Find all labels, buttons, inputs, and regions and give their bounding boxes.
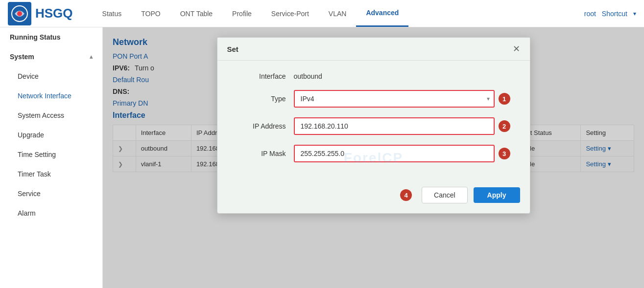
- nav-vlan[interactable]: VLAN: [319, 1, 357, 26]
- sidebar-item-device[interactable]: Device: [0, 66, 102, 86]
- step-badge-4: 4: [400, 189, 412, 201]
- sidebar-item-system[interactable]: System ▴: [0, 47, 102, 66]
- sidebar-time-setting-label: Time Setting: [18, 151, 56, 158]
- sidebar-system-access-label: System Access: [18, 111, 64, 119]
- shortcut-chevron-icon: ▾: [633, 10, 636, 17]
- modal-overlay: Set ✕ Interface outbound Type: [103, 27, 644, 288]
- nav-service-port[interactable]: Service-Port: [262, 1, 319, 26]
- shortcut-label[interactable]: Shortcut: [602, 10, 627, 18]
- apply-button[interactable]: Apply: [474, 187, 520, 203]
- logo-text: HSGQ: [35, 6, 73, 21]
- form-interface-row: Interface outbound: [237, 72, 510, 80]
- step-badge-2: 2: [499, 120, 510, 132]
- form-type-row: Type IPv4 IPv6 ▾ 1: [237, 90, 510, 108]
- svg-point-1: [17, 11, 22, 16]
- system-collapse-icon: ▴: [90, 53, 93, 60]
- modal-footer: 4 Cancel Apply: [217, 182, 530, 213]
- sidebar-alarm-label: Alarm: [18, 209, 36, 217]
- modal-header: Set ✕: [217, 38, 530, 61]
- interface-value: outbound: [294, 72, 322, 80]
- nav-profile[interactable]: Profile: [222, 1, 262, 26]
- user-label: root: [584, 10, 596, 18]
- sidebar-service-label: Service: [18, 190, 41, 198]
- ip-mask-input[interactable]: [294, 145, 495, 162]
- nav-ont-table[interactable]: ONT Table: [170, 1, 222, 26]
- sidebar-timer-task-label: Timer Task: [18, 170, 51, 178]
- step-badge-1: 1: [499, 93, 510, 105]
- type-label: Type: [237, 95, 286, 103]
- nav-advanced[interactable]: Advanced: [356, 0, 408, 27]
- sidebar-item-timer-task[interactable]: Timer Task: [0, 164, 102, 184]
- sidebar-upgrade-label: Upgrade: [18, 131, 44, 139]
- sidebar-item-service[interactable]: Service: [0, 184, 102, 203]
- sidebar-item-time-setting[interactable]: Time Setting: [0, 145, 102, 164]
- sidebar-running-status-label: Running Status: [10, 33, 60, 41]
- logo-icon: [8, 2, 31, 25]
- main-layout: Running Status System ▴ Device Network I…: [0, 27, 644, 288]
- ip-address-label: IP Address: [237, 122, 286, 130]
- sidebar-item-alarm[interactable]: Alarm: [0, 203, 102, 223]
- form-ip-row: IP Address 2: [237, 117, 510, 135]
- step-badge-3: 3: [499, 148, 510, 159]
- navbar-right: root Shortcut ▾: [584, 10, 636, 18]
- sidebar: Running Status System ▴ Device Network I…: [0, 27, 103, 288]
- set-modal: Set ✕ Interface outbound Type: [217, 37, 530, 214]
- logo: HSGQ: [8, 2, 73, 25]
- nav-status[interactable]: Status: [93, 1, 132, 26]
- ip-mask-label: IP Mask: [237, 150, 286, 157]
- sidebar-item-network-interface[interactable]: Network Interface: [0, 86, 102, 106]
- modal-title: Set: [227, 45, 239, 53]
- interface-label: Interface: [237, 72, 286, 80]
- main-nav: Status TOPO ONT Table Profile Service-Po…: [93, 0, 584, 27]
- modal-close-button[interactable]: ✕: [513, 44, 520, 53]
- cancel-button[interactable]: Cancel: [422, 187, 468, 203]
- type-select-wrapper: IPv4 IPv6 ▾: [294, 90, 495, 108]
- modal-body: Interface outbound Type IPv4 IPv6 ▾: [217, 61, 530, 182]
- sidebar-item-upgrade[interactable]: Upgrade: [0, 125, 102, 145]
- nav-topo[interactable]: TOPO: [131, 1, 170, 26]
- sidebar-network-interface-label: Network Interface: [18, 92, 72, 100]
- type-select[interactable]: IPv4 IPv6: [294, 90, 495, 108]
- sidebar-item-running-status[interactable]: Running Status: [0, 27, 102, 47]
- content-area: Network PON Port A IPV6: Turn o Default …: [103, 27, 644, 288]
- ip-address-input[interactable]: [294, 117, 495, 135]
- sidebar-item-system-access[interactable]: System Access: [0, 106, 102, 125]
- navbar: HSGQ Status TOPO ONT Table Profile Servi…: [0, 0, 644, 27]
- form-mask-row: IP Mask 3: [237, 145, 510, 162]
- sidebar-device-label: Device: [18, 72, 39, 80]
- sidebar-system-label: System: [10, 53, 34, 61]
